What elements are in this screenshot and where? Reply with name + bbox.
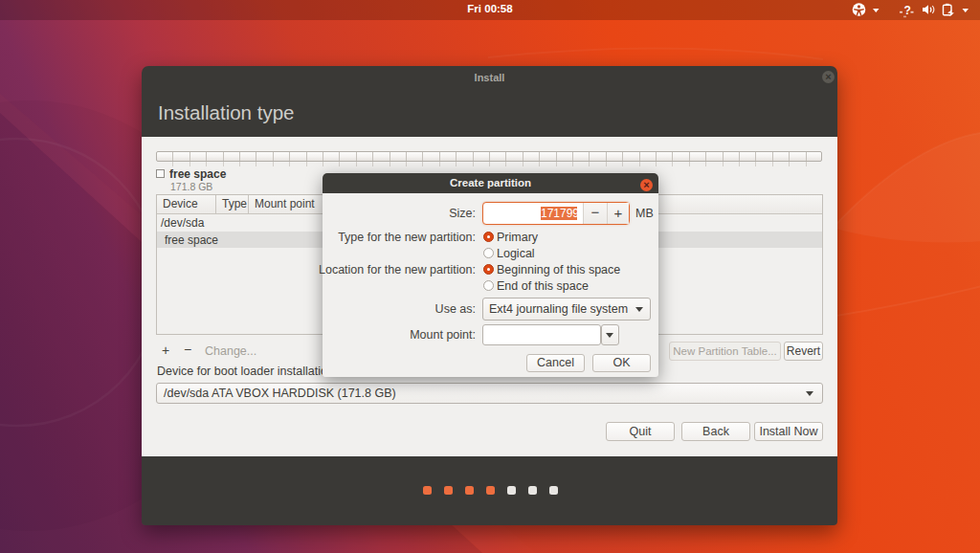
svg-text:?: ? [904, 4, 911, 17]
